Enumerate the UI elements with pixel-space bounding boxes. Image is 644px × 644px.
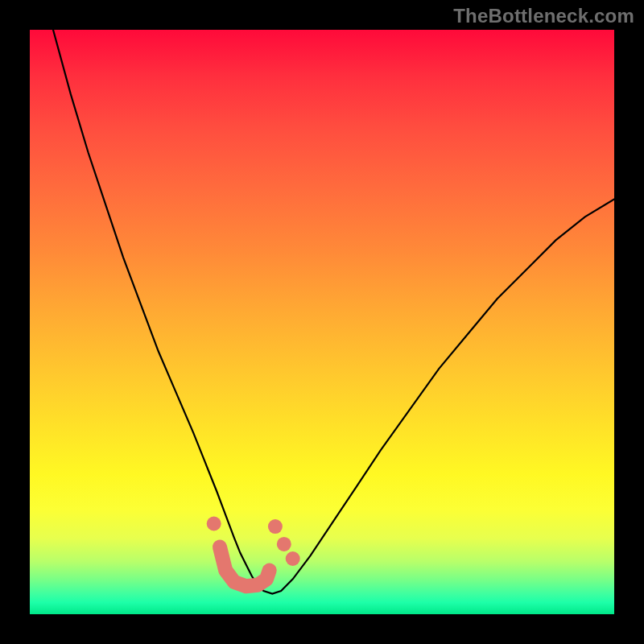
marker-dot bbox=[268, 519, 283, 534]
marker-dot bbox=[286, 551, 300, 566]
chart-frame: TheBottleneck.com bbox=[0, 0, 644, 644]
marker-dot bbox=[207, 517, 221, 531]
marker-dot bbox=[277, 537, 291, 551]
plot-area bbox=[30, 30, 614, 614]
chart-svg bbox=[30, 30, 614, 614]
watermark-text: TheBottleneck.com bbox=[453, 5, 634, 27]
bottleneck-curve bbox=[53, 30, 614, 594]
optimal-u-marker bbox=[220, 547, 270, 587]
